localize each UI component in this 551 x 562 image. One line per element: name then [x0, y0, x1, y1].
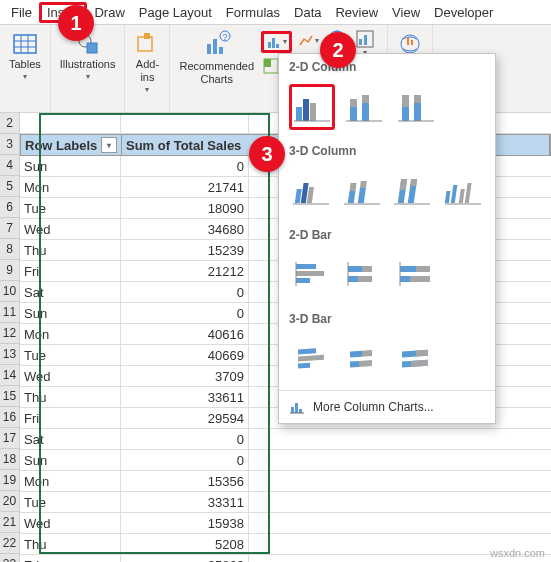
- cell-label[interactable]: Fri: [20, 261, 121, 281]
- insert-line-chart-button[interactable]: ▾: [296, 31, 321, 51]
- row-header[interactable]: 17: [0, 428, 19, 449]
- svg-rect-11: [219, 47, 223, 54]
- svg-rect-91: [299, 409, 302, 413]
- row-header[interactable]: 12: [0, 323, 19, 344]
- cell-label[interactable]: Sun: [20, 450, 121, 470]
- cell-value[interactable]: 29594: [121, 408, 249, 428]
- cell-value[interactable]: 15239: [121, 240, 249, 260]
- stacked-3d-bar-option[interactable]: [341, 336, 387, 382]
- row-header[interactable]: 6: [0, 197, 19, 218]
- row-header[interactable]: 3: [0, 134, 19, 155]
- cell-label[interactable]: Thu: [20, 387, 121, 407]
- row-header[interactable]: 5: [0, 176, 19, 197]
- cell-label[interactable]: Thu: [20, 534, 121, 554]
- svg-rect-33: [310, 103, 316, 121]
- row-header[interactable]: 23: [0, 554, 19, 562]
- tables-button[interactable]: Tables▾: [6, 29, 44, 85]
- cell-label[interactable]: Sat: [20, 282, 121, 302]
- cell-value[interactable]: 0: [121, 429, 249, 449]
- stacked-3d-column-option[interactable]: [340, 168, 385, 214]
- cell-value[interactable]: 15356: [121, 471, 249, 491]
- addins-button[interactable]: Add- ins▾: [131, 29, 163, 98]
- svg-rect-86: [416, 350, 428, 357]
- cell-label[interactable]: Tue: [20, 198, 121, 218]
- stacked-bar-option[interactable]: [341, 252, 387, 298]
- row-header[interactable]: 19: [0, 470, 19, 491]
- cell-label[interactable]: Tue: [20, 492, 121, 512]
- clustered-bar-option[interactable]: [289, 252, 335, 298]
- recommended-charts-button[interactable]: ? Recommended Charts: [176, 27, 257, 88]
- cell-value[interactable]: 34680: [121, 219, 249, 239]
- cell-label[interactable]: Fri: [20, 555, 121, 562]
- row-header[interactable]: 20: [0, 491, 19, 512]
- row-header[interactable]: 4: [0, 155, 19, 176]
- cell-label[interactable]: Sun: [20, 303, 121, 323]
- cell-label[interactable]: Wed: [20, 366, 121, 386]
- cell-value[interactable]: 0: [121, 156, 249, 176]
- stacked100-bar-option[interactable]: [393, 252, 439, 298]
- more-column-charts[interactable]: More Column Charts...: [279, 390, 495, 423]
- pivot-rowlabels-header[interactable]: Row Labels▾: [21, 135, 122, 155]
- row-header[interactable]: 9: [0, 260, 19, 281]
- stacked100-3d-bar-option[interactable]: [393, 336, 439, 382]
- tab-view[interactable]: View: [385, 2, 427, 23]
- cell-value[interactable]: 40616: [121, 324, 249, 344]
- svg-rect-8: [144, 33, 150, 39]
- cell-label[interactable]: Wed: [20, 219, 121, 239]
- cell-value[interactable]: 0: [121, 282, 249, 302]
- clustered-3d-column-option[interactable]: [289, 168, 334, 214]
- row-header[interactable]: 16: [0, 407, 19, 428]
- cell-value[interactable]: 33611: [121, 387, 249, 407]
- cell-label[interactable]: Mon: [20, 177, 121, 197]
- stacked100-column-option[interactable]: [393, 84, 439, 130]
- row-header[interactable]: 22: [0, 533, 19, 554]
- cell-label[interactable]: Sun: [20, 156, 121, 176]
- row-header[interactable]: 8: [0, 239, 19, 260]
- tab-data[interactable]: Data: [287, 2, 328, 23]
- row-header[interactable]: 10: [0, 281, 19, 302]
- cell-value[interactable]: 21212: [121, 261, 249, 281]
- cell-label[interactable]: Thu: [20, 240, 121, 260]
- cell-label[interactable]: Wed: [20, 513, 121, 533]
- cell-value[interactable]: 18090: [121, 198, 249, 218]
- svg-rect-43: [414, 95, 421, 103]
- addins-label: Add- ins: [136, 58, 159, 84]
- row-header[interactable]: 7: [0, 218, 19, 239]
- cell-label[interactable]: Sat: [20, 429, 121, 449]
- svg-rect-60: [451, 185, 458, 203]
- row-header[interactable]: 13: [0, 344, 19, 365]
- stacked-column-option[interactable]: [341, 84, 387, 130]
- row-header[interactable]: 11: [0, 302, 19, 323]
- 3d-column-option[interactable]: [441, 168, 486, 214]
- clustered-column-option[interactable]: [289, 84, 335, 130]
- filter-dropdown-button[interactable]: ▾: [101, 137, 117, 153]
- cell-value[interactable]: 5208: [121, 534, 249, 554]
- tab-review[interactable]: Review: [328, 2, 385, 23]
- row-header[interactable]: 14: [0, 365, 19, 386]
- cell-value[interactable]: 21741: [121, 177, 249, 197]
- cell-value[interactable]: 33311: [121, 492, 249, 512]
- svg-rect-47: [307, 187, 314, 203]
- insert-column-chart-button[interactable]: ▾: [261, 31, 292, 53]
- row-header[interactable]: 18: [0, 449, 19, 470]
- clustered-3d-bar-option[interactable]: [289, 336, 335, 382]
- tab-developer[interactable]: Developer: [427, 2, 500, 23]
- tab-formulas[interactable]: Formulas: [219, 2, 287, 23]
- tab-draw[interactable]: Draw: [87, 2, 131, 23]
- row-header[interactable]: 2: [0, 113, 19, 134]
- cell-value[interactable]: 40669: [121, 345, 249, 365]
- cell-value[interactable]: 25863: [121, 555, 249, 562]
- cell-value[interactable]: 0: [121, 450, 249, 470]
- cell-label[interactable]: Fri: [20, 408, 121, 428]
- tab-page-layout[interactable]: Page Layout: [132, 2, 219, 23]
- cell-label[interactable]: Mon: [20, 471, 121, 491]
- stacked100-3d-column-option[interactable]: [390, 168, 435, 214]
- row-header[interactable]: 21: [0, 512, 19, 533]
- cell-value[interactable]: 15938: [121, 513, 249, 533]
- row-header[interactable]: 15: [0, 386, 19, 407]
- cell-label[interactable]: Tue: [20, 345, 121, 365]
- cell-value[interactable]: 0: [121, 303, 249, 323]
- tab-file[interactable]: File: [4, 2, 39, 23]
- cell-label[interactable]: Mon: [20, 324, 121, 344]
- cell-value[interactable]: 3709: [121, 366, 249, 386]
